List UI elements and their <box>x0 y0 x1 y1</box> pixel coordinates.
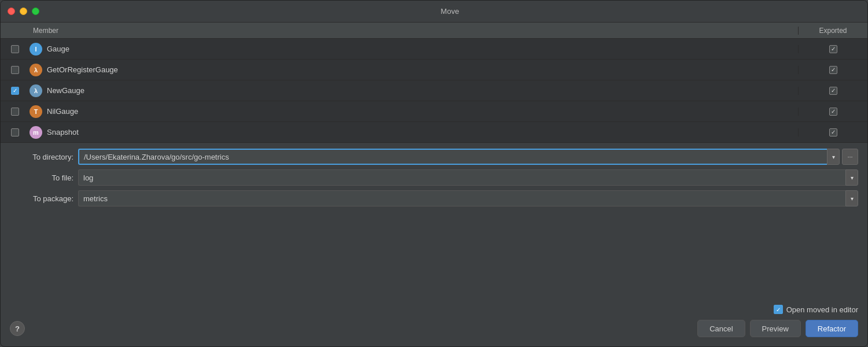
exported-checkbox-nil-gauge[interactable]: ✓ <box>829 108 837 116</box>
table-row[interactable]: I Gauge ✓ <box>1 39 867 60</box>
icon-nil-gauge: T <box>30 105 42 118</box>
move-dialog: Move Member Exported I Gauge ✓ <box>0 0 868 347</box>
icon-gauge: I <box>30 43 42 56</box>
member-name-snapshot: Snapshot <box>47 128 798 136</box>
refactor-button[interactable]: Refactor <box>806 320 858 337</box>
row-check-nil-gauge[interactable] <box>1 108 30 116</box>
maximize-button[interactable] <box>32 8 39 15</box>
member-name-gauge: Gauge <box>47 45 798 53</box>
row-check-gauge[interactable] <box>1 45 30 53</box>
traffic-lights <box>8 8 39 15</box>
to-directory-label: To directory: <box>10 153 73 161</box>
form-area: To directory: ▾ ··· To file: ▾ <box>1 143 867 299</box>
to-package-label: To package: <box>10 194 73 203</box>
minimize-button[interactable] <box>20 8 27 15</box>
dialog-content: Member Exported I Gauge ✓ λ GetOrRegi <box>1 23 867 346</box>
exported-snapshot[interactable]: ✓ <box>798 128 867 136</box>
to-file-input[interactable] <box>78 169 845 186</box>
row-check-get-or-register-gauge[interactable] <box>1 66 30 74</box>
to-file-row: To file: ▾ <box>10 169 858 186</box>
checkbox-snapshot[interactable] <box>11 128 19 136</box>
open-moved-row: ✓ Open moved in editor <box>10 305 858 314</box>
to-package-dropdown-arrow[interactable]: ▾ <box>845 190 858 206</box>
close-button[interactable] <box>8 8 15 15</box>
members-list: I Gauge ✓ λ GetOrRegisterGauge ✓ ✓ <box>1 39 867 143</box>
to-package-row: To package: ▾ <box>10 190 858 206</box>
to-file-label: To file: <box>10 174 73 182</box>
window-title: Move <box>39 7 860 16</box>
table-row[interactable]: ✓ λ NewGauge ✓ <box>1 80 867 101</box>
preview-button[interactable]: Preview <box>750 320 801 337</box>
open-moved-label: Open moved in editor <box>786 305 858 314</box>
member-name-new-gauge: NewGauge <box>47 86 798 95</box>
to-file-input-with-dropdown: ▾ <box>78 169 858 186</box>
checkbox-nil-gauge[interactable] <box>11 108 19 116</box>
checkbox-new-gauge[interactable]: ✓ <box>11 87 19 95</box>
buttons-row: ? Cancel Preview Refactor <box>10 320 858 337</box>
member-name-nil-gauge: NilGauge <box>47 107 798 116</box>
exported-nil-gauge[interactable]: ✓ <box>798 108 867 116</box>
table-row[interactable]: λ GetOrRegisterGauge ✓ <box>1 60 867 80</box>
table-header: Member Exported <box>1 23 867 39</box>
to-package-input-with-dropdown: ▾ <box>78 190 858 206</box>
table-row[interactable]: m Snapshot ✓ <box>1 122 867 143</box>
open-moved-checkbox[interactable]: ✓ <box>774 305 783 314</box>
exported-gauge[interactable]: ✓ <box>798 45 867 53</box>
exported-checkbox-get-or-register-gauge[interactable]: ✓ <box>829 66 837 74</box>
icon-new-gauge: λ <box>30 84 42 97</box>
col-exported-header: Exported <box>798 27 867 35</box>
to-directory-row: To directory: ▾ ··· <box>10 149 858 165</box>
to-directory-input-wrapper: ▾ ··· <box>78 149 858 165</box>
checkbox-get-or-register-gauge[interactable] <box>11 66 19 74</box>
to-file-input-wrapper: ▾ <box>78 169 858 186</box>
to-directory-dropdown-arrow[interactable]: ▾ <box>827 149 840 165</box>
browse-button[interactable]: ··· <box>842 149 858 165</box>
to-file-dropdown-arrow[interactable]: ▾ <box>845 169 858 186</box>
member-name-get-or-register-gauge: GetOrRegisterGauge <box>47 65 798 74</box>
checkbox-gauge[interactable] <box>11 45 19 53</box>
to-directory-input[interactable] <box>78 149 827 165</box>
row-check-new-gauge[interactable]: ✓ <box>1 87 30 95</box>
to-package-input-wrapper: ▾ <box>78 190 858 206</box>
buttons-right: Cancel Preview Refactor <box>697 320 858 337</box>
exported-checkbox-new-gauge[interactable]: ✓ <box>829 87 837 95</box>
exported-get-or-register-gauge[interactable]: ✓ <box>798 66 867 74</box>
to-package-input[interactable] <box>78 190 845 206</box>
table-row[interactable]: T NilGauge ✓ <box>1 101 867 122</box>
icon-snapshot: m <box>30 126 42 139</box>
icon-get-or-register-gauge: λ <box>30 64 42 76</box>
help-button[interactable]: ? <box>10 321 25 336</box>
bottom-bar: ✓ Open moved in editor ? Cancel Preview … <box>1 299 867 346</box>
col-member-header: Member <box>30 27 798 35</box>
cancel-button[interactable]: Cancel <box>697 320 745 337</box>
exported-new-gauge[interactable]: ✓ <box>798 87 867 95</box>
exported-checkbox-snapshot[interactable]: ✓ <box>829 128 837 136</box>
to-directory-input-with-dropdown: ▾ <box>78 149 840 165</box>
row-check-snapshot[interactable] <box>1 128 30 136</box>
exported-checkbox-gauge[interactable]: ✓ <box>829 45 837 53</box>
titlebar: Move <box>1 1 867 23</box>
